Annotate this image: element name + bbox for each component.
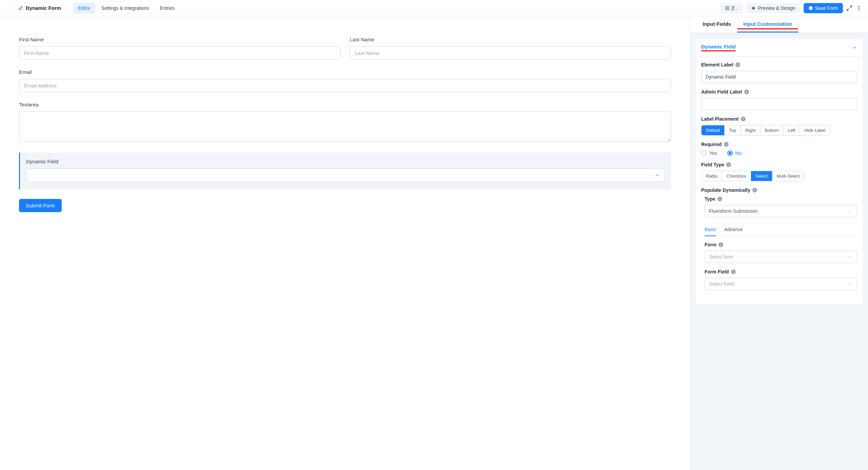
- type-title: Type: [705, 196, 715, 202]
- required-yes-label: Yes: [709, 150, 717, 156]
- label-placement-group: Default Top Right Bottom Left Hide Label: [701, 125, 830, 136]
- element-label-input[interactable]: [701, 71, 857, 83]
- admin-label-title: Admin Field Label: [701, 89, 742, 95]
- eye-icon: [751, 6, 756, 11]
- first-name-label: First Name: [19, 37, 340, 42]
- field-type-group: Radio Checkbox Select Multi-Select: [701, 171, 805, 181]
- form-field-title: Form Field: [705, 269, 729, 274]
- chevron-down-icon: [848, 282, 853, 286]
- last-name-input[interactable]: [350, 46, 671, 60]
- sidebar: Input Fields Input Customization Dynamic…: [690, 16, 868, 470]
- chevron-down-icon: [655, 173, 660, 178]
- panel-header[interactable]: Dynamic Field: [696, 39, 863, 57]
- first-name-input[interactable]: [19, 46, 340, 60]
- info-icon[interactable]: i: [731, 269, 736, 274]
- textarea-label: Textarea: [19, 102, 671, 107]
- svg-point-4: [859, 6, 860, 7]
- form-field-select[interactable]: Select Field: [705, 278, 857, 290]
- preview-button[interactable]: Preview & Design: [746, 3, 800, 13]
- expand-button[interactable]: [846, 5, 852, 11]
- required-no-label: No: [735, 150, 742, 156]
- info-icon[interactable]: i: [752, 188, 757, 192]
- form-select-placeholder: Select form: [709, 254, 733, 260]
- required-no[interactable]: No: [727, 150, 742, 156]
- info-icon[interactable]: i: [735, 62, 740, 67]
- chevron-down-icon: [848, 254, 853, 259]
- form-title-text: Dynamic Form: [26, 5, 61, 11]
- tab-settings[interactable]: Settings & Integrations: [97, 3, 154, 14]
- save-button[interactable]: Save Form: [804, 3, 843, 13]
- info-icon[interactable]: i: [744, 89, 749, 94]
- check-circle-icon: [808, 6, 813, 11]
- preview-label: Preview & Design: [758, 5, 795, 11]
- subtab-basic[interactable]: Basic: [705, 223, 716, 236]
- label-placement-title: Label Placement: [701, 116, 739, 122]
- info-icon[interactable]: i: [724, 142, 729, 147]
- placement-default[interactable]: Default: [702, 125, 725, 135]
- populate-title: Populate Dynamically: [701, 187, 750, 193]
- shortcode-button[interactable]: [f...: [720, 3, 743, 13]
- required-title: Required: [701, 142, 722, 147]
- shortcode-label: [f...: [732, 5, 738, 11]
- tab-editor[interactable]: Editor: [73, 3, 95, 14]
- placement-top[interactable]: Top: [725, 125, 741, 135]
- field-type-title: Field Type: [701, 162, 724, 167]
- fieldtype-multiselect[interactable]: Multi-Select: [772, 171, 804, 181]
- info-icon[interactable]: i: [741, 117, 746, 121]
- placement-bottom[interactable]: Bottom: [761, 125, 784, 135]
- info-icon[interactable]: i: [718, 242, 723, 247]
- dynamic-field-select[interactable]: [26, 168, 665, 182]
- chevron-up-icon[interactable]: [852, 45, 857, 50]
- fieldtype-checkbox[interactable]: Checkbox: [722, 171, 751, 181]
- form-canvas: First Name Last Name Email Textarea Dyna…: [0, 16, 690, 470]
- chevron-down-icon: [848, 209, 853, 213]
- tab-input-customization-label: Input Customization: [743, 21, 792, 27]
- info-icon[interactable]: i: [726, 162, 731, 167]
- more-button[interactable]: [856, 5, 862, 11]
- save-label: Save Form: [815, 5, 838, 11]
- panel-title: Dynamic Field: [701, 44, 736, 49]
- tab-input-customization[interactable]: Input Customization: [737, 16, 798, 33]
- svg-rect-0: [726, 6, 729, 9]
- type-select[interactable]: Fluentform Submission: [705, 205, 857, 217]
- dynamic-field-label: Dynamic Field: [26, 159, 665, 164]
- email-label: Email: [19, 69, 671, 75]
- last-name-label: Last Name: [350, 37, 671, 42]
- pencil-icon: [18, 6, 23, 11]
- admin-label-input[interactable]: [701, 98, 857, 110]
- annotation-underline: [737, 28, 798, 29]
- form-select-title: Form: [705, 242, 716, 247]
- placement-left[interactable]: Left: [784, 125, 800, 135]
- fieldtype-select[interactable]: Select: [751, 171, 772, 181]
- radio-icon: [727, 150, 733, 156]
- required-yes[interactable]: Yes: [701, 150, 717, 156]
- type-value: Fluentform Submission: [709, 208, 757, 214]
- subtab-advance[interactable]: Advance: [724, 223, 743, 236]
- email-input[interactable]: [19, 79, 671, 92]
- svg-point-5: [859, 7, 860, 8]
- annotation-underline: [701, 50, 736, 52]
- form-title: Dynamic Form: [18, 5, 67, 11]
- tab-input-fields[interactable]: Input Fields: [696, 16, 737, 33]
- placement-right[interactable]: Right: [741, 125, 760, 135]
- element-label-title: Element Label: [701, 62, 733, 67]
- placement-hide[interactable]: Hide Label: [800, 125, 830, 135]
- fieldtype-radio[interactable]: Radio: [702, 171, 722, 181]
- radio-icon: [701, 150, 707, 156]
- form-field-placeholder: Select Field: [709, 281, 734, 287]
- tab-entries[interactable]: Entries: [155, 3, 180, 14]
- back-button[interactable]: [6, 5, 12, 11]
- shortcode-icon: [725, 6, 730, 11]
- svg-point-6: [859, 9, 860, 10]
- textarea-input[interactable]: [19, 111, 671, 142]
- dynamic-field-block[interactable]: Dynamic Field: [19, 152, 671, 189]
- form-select[interactable]: Select form: [705, 251, 857, 263]
- info-icon[interactable]: i: [717, 197, 722, 201]
- submit-button[interactable]: Submit Form: [19, 199, 62, 212]
